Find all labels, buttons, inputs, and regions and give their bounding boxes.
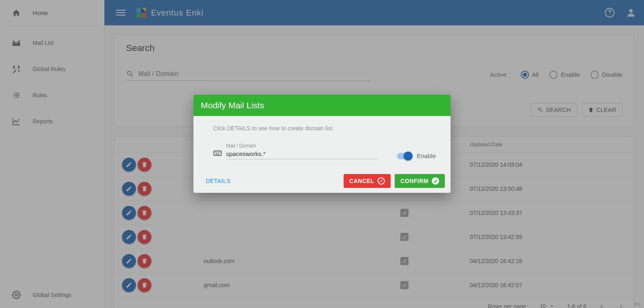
- svg-rect-11: [216, 152, 217, 153]
- enable-toggle[interactable]: [397, 153, 412, 159]
- cancel-button[interactable]: CANCEL: [344, 174, 391, 188]
- svg-line-15: [380, 180, 383, 183]
- check-icon: [432, 177, 439, 185]
- svg-rect-10: [215, 152, 216, 153]
- modal-overlay: Modify Mail Lists Click DETAILS to see h…: [0, 0, 644, 308]
- field-label: Mail / Domain: [226, 143, 378, 149]
- button-label: CANCEL: [349, 178, 374, 184]
- block-icon: [378, 177, 385, 185]
- svg-rect-13: [220, 152, 220, 153]
- svg-rect-9: [214, 151, 221, 156]
- dialog-hint: Click DETAILS to see how to create domai…: [213, 125, 436, 132]
- svg-rect-14: [215, 154, 219, 154]
- dialog-title: Modify Mail Lists: [193, 95, 451, 116]
- svg-rect-12: [218, 152, 219, 153]
- mail-domain-input[interactable]: [226, 150, 378, 159]
- button-label: CONFIRM: [400, 178, 429, 184]
- keyboard-icon: [213, 149, 222, 158]
- modify-mail-dialog: Modify Mail Lists Click DETAILS to see h…: [193, 95, 451, 193]
- details-button[interactable]: DETAILS: [206, 178, 231, 184]
- toggle-label: Enable: [417, 152, 436, 159]
- confirm-button[interactable]: CONFIRM: [395, 174, 445, 188]
